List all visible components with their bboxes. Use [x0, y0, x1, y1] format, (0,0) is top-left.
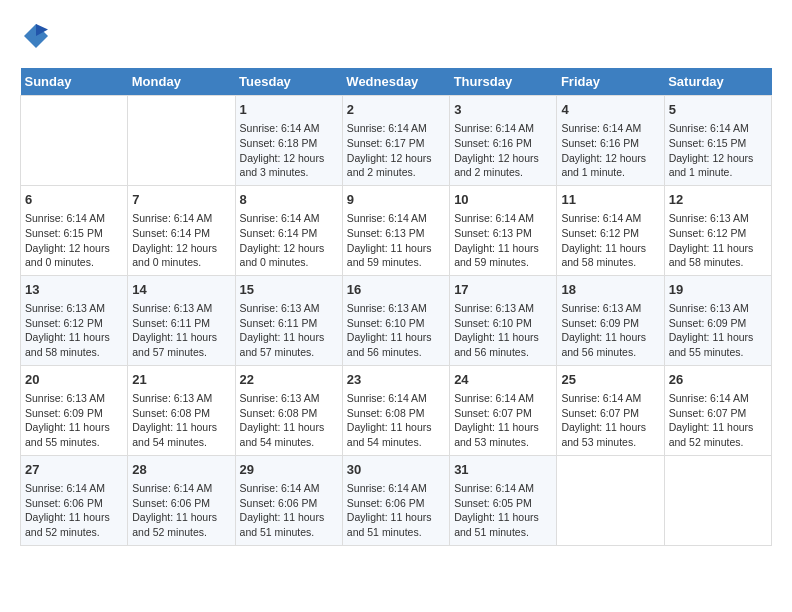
day-number: 19	[669, 281, 767, 299]
day-number: 4	[561, 101, 659, 119]
calendar-cell: 10Sunrise: 6:14 AMSunset: 6:13 PMDayligh…	[450, 185, 557, 275]
calendar-cell	[128, 96, 235, 186]
calendar-cell: 19Sunrise: 6:13 AMSunset: 6:09 PMDayligh…	[664, 275, 771, 365]
week-row-5: 27Sunrise: 6:14 AMSunset: 6:06 PMDayligh…	[21, 455, 772, 545]
day-info: Sunrise: 6:13 AMSunset: 6:09 PMDaylight:…	[25, 391, 123, 450]
day-info: Sunrise: 6:14 AMSunset: 6:05 PMDaylight:…	[454, 481, 552, 540]
calendar-table: SundayMondayTuesdayWednesdayThursdayFrid…	[20, 68, 772, 546]
calendar-cell: 9Sunrise: 6:14 AMSunset: 6:13 PMDaylight…	[342, 185, 449, 275]
calendar-cell: 17Sunrise: 6:13 AMSunset: 6:10 PMDayligh…	[450, 275, 557, 365]
day-info: Sunrise: 6:14 AMSunset: 6:06 PMDaylight:…	[240, 481, 338, 540]
day-info: Sunrise: 6:13 AMSunset: 6:09 PMDaylight:…	[669, 301, 767, 360]
day-number: 3	[454, 101, 552, 119]
calendar-cell: 22Sunrise: 6:13 AMSunset: 6:08 PMDayligh…	[235, 365, 342, 455]
day-number: 5	[669, 101, 767, 119]
day-number: 26	[669, 371, 767, 389]
page-header	[20, 20, 772, 52]
calendar-cell: 6Sunrise: 6:14 AMSunset: 6:15 PMDaylight…	[21, 185, 128, 275]
day-info: Sunrise: 6:14 AMSunset: 6:06 PMDaylight:…	[132, 481, 230, 540]
day-number: 7	[132, 191, 230, 209]
week-row-3: 13Sunrise: 6:13 AMSunset: 6:12 PMDayligh…	[21, 275, 772, 365]
day-info: Sunrise: 6:14 AMSunset: 6:14 PMDaylight:…	[240, 211, 338, 270]
calendar-cell	[557, 455, 664, 545]
day-number: 1	[240, 101, 338, 119]
day-number: 31	[454, 461, 552, 479]
day-info: Sunrise: 6:14 AMSunset: 6:06 PMDaylight:…	[347, 481, 445, 540]
calendar-cell: 5Sunrise: 6:14 AMSunset: 6:15 PMDaylight…	[664, 96, 771, 186]
header-tuesday: Tuesday	[235, 68, 342, 96]
day-number: 12	[669, 191, 767, 209]
calendar-cell: 2Sunrise: 6:14 AMSunset: 6:17 PMDaylight…	[342, 96, 449, 186]
calendar-cell: 11Sunrise: 6:14 AMSunset: 6:12 PMDayligh…	[557, 185, 664, 275]
day-number: 13	[25, 281, 123, 299]
day-number: 29	[240, 461, 338, 479]
day-number: 25	[561, 371, 659, 389]
calendar-header: SundayMondayTuesdayWednesdayThursdayFrid…	[21, 68, 772, 96]
calendar-cell: 28Sunrise: 6:14 AMSunset: 6:06 PMDayligh…	[128, 455, 235, 545]
day-number: 22	[240, 371, 338, 389]
day-info: Sunrise: 6:14 AMSunset: 6:08 PMDaylight:…	[347, 391, 445, 450]
header-monday: Monday	[128, 68, 235, 96]
day-number: 17	[454, 281, 552, 299]
day-info: Sunrise: 6:14 AMSunset: 6:06 PMDaylight:…	[25, 481, 123, 540]
calendar-cell: 8Sunrise: 6:14 AMSunset: 6:14 PMDaylight…	[235, 185, 342, 275]
day-info: Sunrise: 6:14 AMSunset: 6:16 PMDaylight:…	[454, 121, 552, 180]
day-info: Sunrise: 6:14 AMSunset: 6:17 PMDaylight:…	[347, 121, 445, 180]
day-number: 20	[25, 371, 123, 389]
week-row-2: 6Sunrise: 6:14 AMSunset: 6:15 PMDaylight…	[21, 185, 772, 275]
header-friday: Friday	[557, 68, 664, 96]
day-number: 24	[454, 371, 552, 389]
day-info: Sunrise: 6:14 AMSunset: 6:15 PMDaylight:…	[25, 211, 123, 270]
day-info: Sunrise: 6:14 AMSunset: 6:13 PMDaylight:…	[454, 211, 552, 270]
calendar-cell: 3Sunrise: 6:14 AMSunset: 6:16 PMDaylight…	[450, 96, 557, 186]
day-number: 14	[132, 281, 230, 299]
day-info: Sunrise: 6:13 AMSunset: 6:10 PMDaylight:…	[347, 301, 445, 360]
calendar-cell: 12Sunrise: 6:13 AMSunset: 6:12 PMDayligh…	[664, 185, 771, 275]
week-row-1: 1Sunrise: 6:14 AMSunset: 6:18 PMDaylight…	[21, 96, 772, 186]
day-info: Sunrise: 6:14 AMSunset: 6:18 PMDaylight:…	[240, 121, 338, 180]
calendar-cell: 26Sunrise: 6:14 AMSunset: 6:07 PMDayligh…	[664, 365, 771, 455]
day-info: Sunrise: 6:13 AMSunset: 6:08 PMDaylight:…	[132, 391, 230, 450]
calendar-cell: 29Sunrise: 6:14 AMSunset: 6:06 PMDayligh…	[235, 455, 342, 545]
day-info: Sunrise: 6:13 AMSunset: 6:10 PMDaylight:…	[454, 301, 552, 360]
calendar-cell: 31Sunrise: 6:14 AMSunset: 6:05 PMDayligh…	[450, 455, 557, 545]
day-info: Sunrise: 6:14 AMSunset: 6:12 PMDaylight:…	[561, 211, 659, 270]
calendar-cell: 20Sunrise: 6:13 AMSunset: 6:09 PMDayligh…	[21, 365, 128, 455]
calendar-cell: 30Sunrise: 6:14 AMSunset: 6:06 PMDayligh…	[342, 455, 449, 545]
calendar-cell: 1Sunrise: 6:14 AMSunset: 6:18 PMDaylight…	[235, 96, 342, 186]
day-info: Sunrise: 6:14 AMSunset: 6:07 PMDaylight:…	[454, 391, 552, 450]
day-number: 10	[454, 191, 552, 209]
day-info: Sunrise: 6:14 AMSunset: 6:16 PMDaylight:…	[561, 121, 659, 180]
day-info: Sunrise: 6:14 AMSunset: 6:13 PMDaylight:…	[347, 211, 445, 270]
calendar-cell	[664, 455, 771, 545]
header-thursday: Thursday	[450, 68, 557, 96]
calendar-cell: 13Sunrise: 6:13 AMSunset: 6:12 PMDayligh…	[21, 275, 128, 365]
day-info: Sunrise: 6:13 AMSunset: 6:11 PMDaylight:…	[132, 301, 230, 360]
day-number: 28	[132, 461, 230, 479]
calendar-cell: 14Sunrise: 6:13 AMSunset: 6:11 PMDayligh…	[128, 275, 235, 365]
calendar-cell	[21, 96, 128, 186]
logo-icon	[20, 20, 52, 52]
week-row-4: 20Sunrise: 6:13 AMSunset: 6:09 PMDayligh…	[21, 365, 772, 455]
day-number: 8	[240, 191, 338, 209]
day-info: Sunrise: 6:14 AMSunset: 6:15 PMDaylight:…	[669, 121, 767, 180]
day-info: Sunrise: 6:13 AMSunset: 6:09 PMDaylight:…	[561, 301, 659, 360]
day-info: Sunrise: 6:14 AMSunset: 6:07 PMDaylight:…	[561, 391, 659, 450]
calendar-cell: 25Sunrise: 6:14 AMSunset: 6:07 PMDayligh…	[557, 365, 664, 455]
day-number: 9	[347, 191, 445, 209]
day-info: Sunrise: 6:13 AMSunset: 6:12 PMDaylight:…	[25, 301, 123, 360]
calendar-cell: 15Sunrise: 6:13 AMSunset: 6:11 PMDayligh…	[235, 275, 342, 365]
calendar-cell: 7Sunrise: 6:14 AMSunset: 6:14 PMDaylight…	[128, 185, 235, 275]
day-info: Sunrise: 6:13 AMSunset: 6:08 PMDaylight:…	[240, 391, 338, 450]
calendar-body: 1Sunrise: 6:14 AMSunset: 6:18 PMDaylight…	[21, 96, 772, 546]
day-info: Sunrise: 6:14 AMSunset: 6:14 PMDaylight:…	[132, 211, 230, 270]
day-info: Sunrise: 6:14 AMSunset: 6:07 PMDaylight:…	[669, 391, 767, 450]
calendar-cell: 23Sunrise: 6:14 AMSunset: 6:08 PMDayligh…	[342, 365, 449, 455]
day-info: Sunrise: 6:13 AMSunset: 6:12 PMDaylight:…	[669, 211, 767, 270]
day-number: 27	[25, 461, 123, 479]
day-number: 16	[347, 281, 445, 299]
header-row: SundayMondayTuesdayWednesdayThursdayFrid…	[21, 68, 772, 96]
day-number: 21	[132, 371, 230, 389]
header-sunday: Sunday	[21, 68, 128, 96]
calendar-cell: 24Sunrise: 6:14 AMSunset: 6:07 PMDayligh…	[450, 365, 557, 455]
